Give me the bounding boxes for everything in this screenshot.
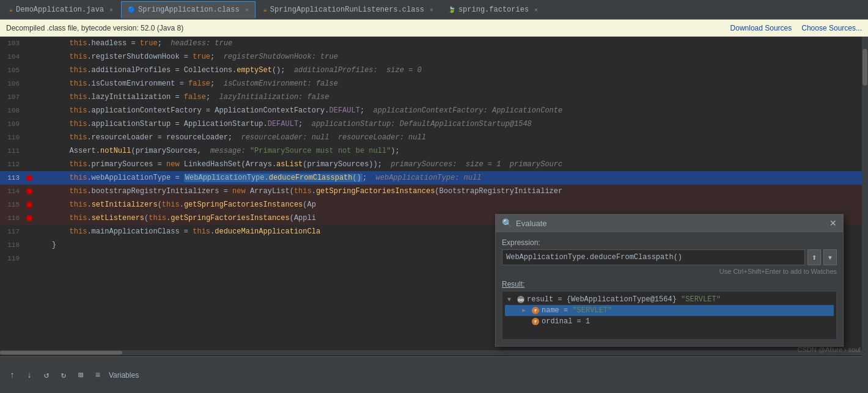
- evaluate-icon: 🔍: [502, 218, 512, 228]
- tree-text-root: result = {WebApplicationType@1564} "SERV…: [527, 295, 721, 304]
- tab-demo-close[interactable]: ✕: [109, 6, 113, 13]
- panel-grid-btn[interactable]: ⊞: [75, 369, 87, 381]
- variables-tab-label: Variables: [109, 371, 139, 380]
- tab-spring-close[interactable]: ✕: [245, 6, 249, 13]
- vertical-scrollbar[interactable]: [862, 37, 868, 393]
- panel-list-btn[interactable]: ≡: [92, 369, 104, 381]
- bottom-panel: ↑ ↓ ↺ ↻ ⊞ ≡ Variables: [0, 356, 868, 393]
- evaluate-title: 🔍 Evaluate: [502, 218, 547, 228]
- listeners-icon: ☕: [263, 6, 267, 13]
- evaluate-header: 🔍 Evaluate ✕: [496, 215, 843, 232]
- table-row: 104 this.registerShutdownHook = true; re…: [0, 50, 868, 64]
- evaluate-popup: 🔍 Evaluate ✕ Expression: ⬆ ▼ Use Ctrl+Sh…: [495, 214, 844, 347]
- breakpoint-dot: [26, 215, 32, 221]
- dropdown-button[interactable]: ▼: [823, 249, 837, 265]
- tree-expand-root: ▼: [507, 296, 515, 303]
- expression-input[interactable]: [502, 249, 805, 265]
- expand-button[interactable]: ⬆: [807, 249, 821, 265]
- table-row: 107 this.lazyInitialization = false; laz…: [0, 90, 868, 104]
- tab-factories[interactable]: 🍃 spring.factories ✕: [441, 1, 545, 18]
- panel-up-btn[interactable]: ↑: [6, 369, 18, 381]
- table-row: 115 this.setInitializers(this.getSpringF…: [0, 198, 868, 211]
- table-row: 113 this.webApplicationType = WebApplica…: [0, 171, 868, 185]
- notification-bar: Decompiled .class file, bytecode version…: [0, 20, 868, 37]
- factory-icon: 🍃: [448, 6, 455, 13]
- notification-links: Download Sources Choose Sources...: [730, 24, 862, 32]
- panel-refresh-btn[interactable]: ↺: [40, 369, 53, 381]
- table-row: 111 Assert.notNull(primarySources, messa…: [0, 144, 868, 158]
- class-icon: 🔵: [128, 6, 135, 13]
- tab-demo[interactable]: ☕ DemoApplication.java ✕: [2, 1, 120, 18]
- editor-container: 103 this.headless = true; headless: true…: [0, 37, 868, 393]
- tree-text-name: name = "SERVLET": [542, 306, 612, 315]
- table-row: 105 this.additionalProfiles = Collection…: [0, 64, 868, 77]
- horizontal-scrollbar[interactable]: [0, 350, 862, 355]
- result-tree: ▼ oo result = {WebApplicationType@1564} …: [502, 291, 837, 340]
- panel-down-btn[interactable]: ↓: [23, 369, 35, 381]
- tab-bar: ☕ DemoApplication.java ✕ 🔵 SpringApplica…: [0, 0, 868, 20]
- tree-icon-oo: oo: [517, 296, 524, 303]
- expression-input-row: ⬆ ▼: [502, 249, 837, 265]
- table-row: 108 this.applicationContextFactory = App…: [0, 104, 868, 117]
- watermark-text: CSDN @Allure › soul: [798, 346, 861, 353]
- tree-item-root[interactable]: ▼ oo result = {WebApplicationType@1564} …: [505, 294, 834, 305]
- download-sources-link[interactable]: Download Sources: [730, 24, 792, 32]
- expression-label: Expression:: [502, 238, 837, 247]
- tab-spring-label: SpringApplication.class: [138, 6, 240, 14]
- tab-factories-label: spring.factories: [458, 6, 529, 14]
- tab-listeners[interactable]: ☕ SpringApplicationRunListeners.class ✕: [257, 1, 440, 18]
- tree-item-ordinal[interactable]: f ordinal = 1: [505, 316, 834, 327]
- breakpoint-dot: [26, 202, 32, 208]
- notification-text: Decompiled .class file, bytecode version…: [6, 24, 183, 32]
- result-label: Result:: [502, 280, 837, 288]
- table-row: 112 this.primarySources = new LinkedHash…: [0, 158, 868, 171]
- tree-text-ordinal: ordinal = 1: [542, 317, 590, 326]
- tree-icon-f-name: f: [532, 307, 539, 314]
- evaluate-title-text: Evaluate: [516, 219, 547, 228]
- evaluate-close-button[interactable]: ✕: [829, 218, 837, 228]
- scrollbar-h-thumb[interactable]: [0, 351, 122, 354]
- evaluate-hint: Use Ctrl+Shift+Enter to add to Watches: [502, 268, 837, 275]
- tab-demo-label: DemoApplication.java: [16, 6, 104, 14]
- table-row: 110 this.resourceLoader = resourceLoader…: [0, 131, 868, 144]
- table-row: 114 this.bootstrapRegistryInitializers =…: [0, 185, 868, 198]
- panel-refresh2-btn[interactable]: ↻: [57, 369, 70, 381]
- breakpoint-dot: [26, 175, 32, 181]
- scrollbar-thumb[interactable]: [862, 49, 867, 86]
- choose-sources-link[interactable]: Choose Sources...: [801, 24, 862, 32]
- breakpoint-dot: [26, 188, 32, 194]
- tab-factories-close[interactable]: ✕: [534, 6, 538, 13]
- tab-listeners-label: SpringApplicationRunListeners.class: [270, 6, 424, 14]
- tab-listeners-close[interactable]: ✕: [430, 6, 433, 13]
- table-row: 106 this.isCustomEnvironment = false; is…: [0, 77, 868, 90]
- tree-icon-f-ordinal: f: [532, 318, 539, 325]
- table-row: 103 this.headless = true; headless: true: [0, 37, 868, 50]
- evaluate-body: Expression: ⬆ ▼ Use Ctrl+Shift+Enter to …: [496, 232, 843, 346]
- table-row: 109 this.applicationStartup = Applicatio…: [0, 117, 868, 131]
- java-icon: ☕: [9, 6, 13, 13]
- tree-item-name[interactable]: ► f name = "SERVLET": [505, 305, 834, 316]
- tab-spring[interactable]: 🔵 SpringApplication.class ✕: [121, 1, 256, 18]
- tree-expand-name: ►: [522, 307, 529, 314]
